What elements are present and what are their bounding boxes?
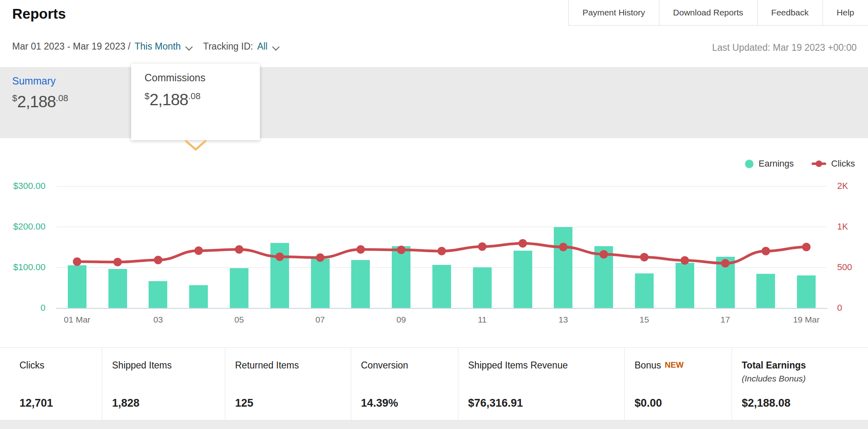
stat-label: Shipped Items Revenue (468, 360, 568, 371)
stat-cell-total-earnings: Total Earnings(Includes Bonus)$2,188.08 (732, 348, 868, 420)
clicks-point-02 (113, 258, 122, 266)
stat-value: 1,828 (112, 397, 140, 410)
tracking-id-dropdown[interactable]: All (257, 41, 279, 52)
stat-cell-shipped-items: Shipped Items1,828 (102, 348, 225, 420)
stat-cell-conversion: Conversion14.39% (351, 348, 458, 420)
legend-earnings-label: Earnings (758, 158, 794, 169)
clicks-point-11 (478, 243, 486, 251)
clicks-point-10 (438, 247, 446, 256)
y-axis-label-left: $200.00 (0, 221, 45, 232)
commissions-popup: Commissions $2,188.08 (131, 64, 260, 140)
tab-summary[interactable]: Summary $2,188.08 (12, 75, 68, 111)
period-dropdown-label: This Month (135, 41, 181, 52)
nav-item-download-reports[interactable]: Download Reports (659, 0, 757, 25)
clicks-point-08 (356, 245, 365, 254)
amount-cents: .08 (56, 93, 68, 103)
chart-legend: Earnings Clicks (745, 158, 855, 169)
tracking-id-label: Tracking ID: (203, 41, 253, 52)
x-axis-label-17: 17 (697, 315, 754, 325)
nav-item-payment-history[interactable]: Payment History (569, 0, 659, 25)
summary-tab-label: Summary (12, 75, 68, 87)
summary-amount: $2,188.08 (12, 93, 68, 111)
clicks-point-09 (397, 246, 406, 254)
x-axis-label-11: 11 (454, 315, 511, 325)
x-axis-label-19-mar: 19 Mar (778, 315, 835, 325)
popup-arrow-icon (185, 140, 207, 151)
clicks-point-14 (600, 250, 608, 259)
clicks-point-07 (316, 254, 324, 262)
y-axis-label-left: $100.00 (0, 262, 45, 273)
x-axis-label-09: 09 (373, 315, 430, 325)
top-nav: Payment HistoryDownload ReportsFeedbackH… (568, 0, 868, 26)
amount-cents: .08 (188, 91, 201, 101)
date-range-label: Mar 01 2023 - Mar 19 2023 / (12, 41, 131, 52)
clicks-point-15 (640, 253, 648, 262)
clicks-point-03 (154, 256, 162, 264)
clicks-point-16 (680, 256, 689, 265)
y-axis-label-right: 500 (837, 262, 852, 273)
stat-value: $2,188.08 (742, 397, 790, 410)
amount-main: 2,188 (149, 91, 188, 108)
commissions-amount: $2,188.08 (145, 91, 201, 109)
stat-label: BonusNEW (635, 360, 684, 371)
x-axis-label-01-mar: 01 Mar (49, 315, 106, 325)
chevron-down-icon (272, 43, 279, 50)
nav-item-help[interactable]: Help (823, 0, 868, 25)
stat-sublabel: (Includes Bonus) (742, 374, 806, 384)
y-axis-label-right: 1K (837, 221, 848, 232)
stat-value: 12,701 (19, 397, 53, 410)
stat-value: 125 (235, 397, 253, 410)
clicks-point-18 (762, 247, 770, 256)
period-dropdown[interactable]: This Month (135, 41, 192, 52)
new-badge: NEW (665, 360, 684, 369)
clicks-point-04 (194, 247, 203, 255)
reports-page: Payment HistoryDownload ReportsFeedbackH… (0, 0, 868, 429)
clicks-point-19-Mar (802, 243, 811, 251)
stat-value: $0.00 (635, 397, 662, 410)
clicks-marker-icon (812, 162, 826, 165)
y-axis-label-right: 0 (837, 303, 842, 313)
legend-item-clicks[interactable]: Clicks (812, 158, 855, 169)
stat-value: 14.39% (361, 397, 398, 410)
clicks-point-01-Mar (73, 258, 81, 266)
stat-label: Total Earnings (742, 360, 806, 371)
stat-label: Shipped Items (112, 360, 172, 371)
amount-main: 2,188 (17, 93, 56, 110)
clicks-point-06 (275, 253, 284, 261)
page-title: Reports (12, 6, 66, 22)
stats-row: Clicks12,701Shipped Items1,828Returned I… (0, 347, 868, 420)
bottom-strip (0, 420, 868, 429)
stat-cell-returned-items: Returned Items125 (225, 348, 351, 420)
clicks-line-svg (57, 186, 827, 308)
x-axis-baseline (56, 308, 827, 309)
x-axis-label-03: 03 (130, 315, 186, 325)
commissions-label: Commissions (145, 72, 205, 84)
y-axis-label-left: $300.00 (0, 181, 45, 191)
last-updated-label: Last Updated: Mar 19 2023 +00:00 (712, 42, 857, 53)
stat-cell-clicks: Clicks12,701 (0, 348, 102, 420)
stat-label: Returned Items (235, 360, 299, 371)
nav-item-feedback[interactable]: Feedback (757, 0, 823, 25)
stat-label: Conversion (361, 360, 408, 371)
clicks-point-12 (518, 239, 527, 248)
legend-clicks-label: Clicks (831, 158, 855, 169)
x-axis-label-13: 13 (535, 315, 592, 325)
currency-symbol: $ (12, 93, 17, 103)
filter-bar: Mar 01 2023 - Mar 19 2023 / This Month T… (12, 41, 279, 52)
chevron-down-icon (186, 43, 193, 50)
y-axis-label-right: 2K (837, 181, 848, 191)
tracking-id-value: All (257, 41, 268, 52)
stat-label: Clicks (19, 360, 44, 371)
summary-band: Summary $2,188.08 (0, 67, 868, 138)
earnings-clicks-chart: Earnings Clicks $300.00$200.00$100.0002K… (0, 138, 868, 347)
x-axis-label-05: 05 (211, 315, 268, 325)
x-axis-label-07: 07 (292, 315, 349, 325)
clicks-point-13 (559, 243, 568, 251)
stat-value: $76,316.91 (468, 397, 523, 410)
legend-item-earnings[interactable]: Earnings (745, 158, 794, 169)
stat-cell-bonus: BonusNEW$0.00 (624, 348, 732, 420)
clicks-point-05 (235, 245, 244, 254)
currency-symbol: $ (145, 91, 149, 101)
earnings-marker-icon (745, 160, 754, 168)
clicks-point-17 (721, 259, 730, 268)
